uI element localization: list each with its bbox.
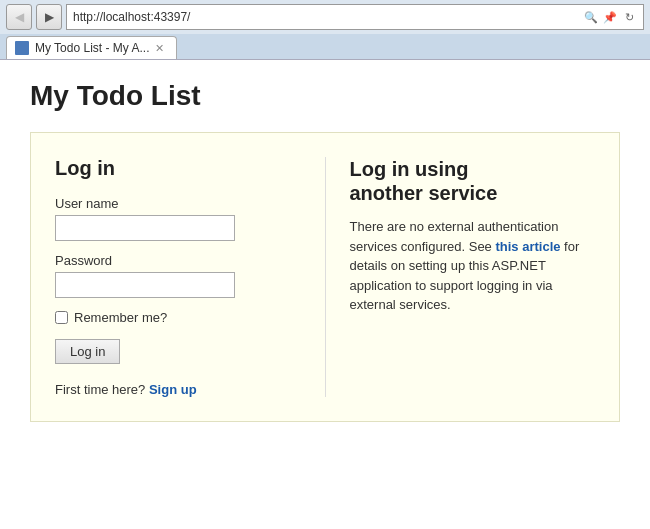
back-icon: ◀ (15, 10, 24, 24)
browser-tab[interactable]: My Todo List - My A... ✕ (6, 36, 177, 59)
address-icons: 🔍 📌 ↻ (583, 9, 637, 25)
first-time-text: First time here? (55, 382, 145, 397)
tab-favicon (15, 41, 29, 55)
browser-chrome: ◀ ▶ http://localhost:43397/ 🔍 📌 ↻ My Tod… (0, 0, 650, 60)
back-button[interactable]: ◀ (6, 4, 32, 30)
article-link[interactable]: this article (495, 239, 560, 254)
external-description: There are no external authentication ser… (350, 217, 596, 315)
page-content: My Todo List Log in User name Password R… (0, 60, 650, 529)
tab-label: My Todo List - My A... (35, 41, 149, 55)
username-group: User name (55, 196, 301, 241)
forward-icon: ▶ (45, 10, 54, 24)
search-icon[interactable]: 🔍 (583, 9, 599, 25)
username-label: User name (55, 196, 301, 211)
username-input[interactable] (55, 215, 235, 241)
external-login-section: Log in using another service There are n… (326, 157, 596, 397)
external-heading-line1: Log in using (350, 158, 469, 180)
login-button[interactable]: Log in (55, 339, 120, 364)
first-time-row: First time here? Sign up (55, 382, 301, 397)
page-title: My Todo List (30, 80, 620, 112)
pin-icon[interactable]: 📌 (602, 9, 618, 25)
external-login-heading: Log in using another service (350, 157, 596, 205)
login-heading: Log in (55, 157, 301, 180)
login-box: Log in User name Password Remember me? L… (30, 132, 620, 422)
password-group: Password (55, 253, 301, 298)
refresh-icon[interactable]: ↻ (621, 9, 637, 25)
forward-button[interactable]: ▶ (36, 4, 62, 30)
password-label: Password (55, 253, 301, 268)
remember-me-label: Remember me? (74, 310, 167, 325)
address-bar[interactable]: http://localhost:43397/ 🔍 📌 ↻ (66, 4, 644, 30)
address-text: http://localhost:43397/ (73, 10, 579, 24)
password-input[interactable] (55, 272, 235, 298)
tab-bar: My Todo List - My A... ✕ (0, 34, 650, 59)
login-form-section: Log in User name Password Remember me? L… (55, 157, 326, 397)
external-heading-line2: another service (350, 182, 498, 204)
browser-toolbar: ◀ ▶ http://localhost:43397/ 🔍 📌 ↻ (0, 0, 650, 34)
tab-close-button[interactable]: ✕ (155, 42, 164, 55)
remember-me-row: Remember me? (55, 310, 301, 325)
sign-up-link[interactable]: Sign up (149, 382, 197, 397)
remember-me-checkbox[interactable] (55, 311, 68, 324)
